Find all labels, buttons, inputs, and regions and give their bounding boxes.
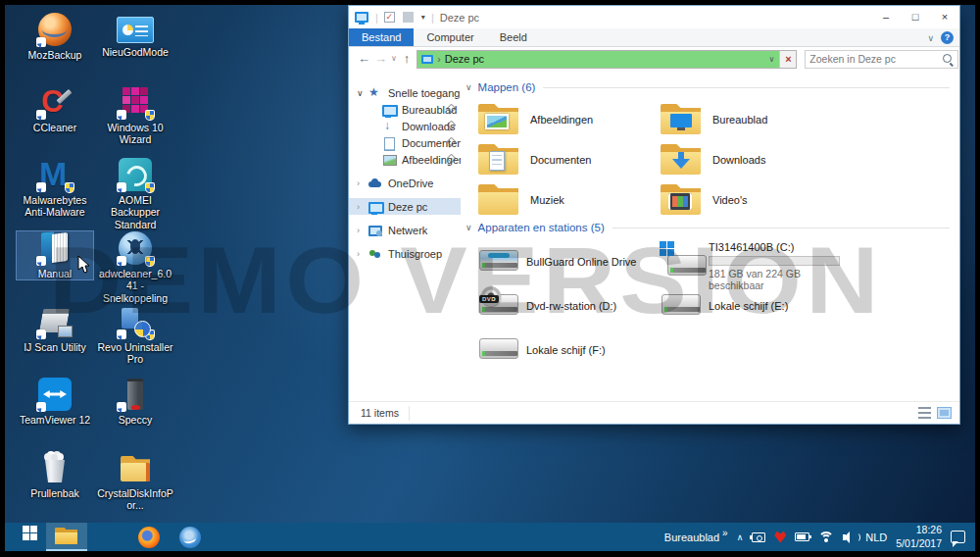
drive-icon-wrap xyxy=(477,330,526,370)
desktop-icon-adwcleaner-6-041-snelkoppeling[interactable]: adwcleaner_6.041 - Snelkoppeling xyxy=(97,231,173,304)
desktop-icon-ccleaner[interactable]: CCleaner xyxy=(17,85,93,133)
sidebar-item-downloads[interactable]: Downloads xyxy=(349,118,461,134)
clock[interactable]: 18:26 5/01/2017 xyxy=(896,524,942,549)
chevron-right-icon[interactable]: › xyxy=(357,226,368,235)
tab-beeld[interactable]: Beeld xyxy=(487,28,540,46)
window-controls: –□× xyxy=(871,6,959,28)
drive-label: Dvd-rw-station (D:) xyxy=(526,300,616,312)
drive-tile-lokale-schijf-e[interactable]: Lokale schijf (E:) xyxy=(660,283,842,328)
breadcrumb-separator-icon[interactable]: › xyxy=(437,54,440,65)
wifi-icon[interactable] xyxy=(818,532,834,543)
taskbar-file-explorer-button[interactable] xyxy=(46,523,87,551)
drive-info: BullGuard Online Drive xyxy=(526,256,637,268)
title-bar[interactable]: | ✓ ▾ | Deze pc –□× xyxy=(349,6,959,28)
drive-tile-ti31461400b-c[interactable]: TI31461400B (C:)181 GB van 224 GB beschi… xyxy=(660,239,842,283)
back-button[interactable]: ← xyxy=(358,50,370,68)
bullguard-tray-icon[interactable] xyxy=(774,532,786,543)
desktop-icon-label: TeamViewer 12 xyxy=(17,414,93,426)
close-button[interactable]: × xyxy=(930,6,959,28)
desktop-icon-crystaldiskinfopor[interactable]: CrystalDiskInfoPor... xyxy=(97,451,173,512)
address-bar[interactable]: › Deze pc ∨ × xyxy=(416,50,797,69)
pin-icon xyxy=(446,105,455,114)
desktop-icon-windows-10-wizard[interactable]: Windows 10 Wizard xyxy=(97,85,173,146)
desktop-icon-prullenbak[interactable]: Prullenbak xyxy=(17,451,93,499)
folder-tile-documenten[interactable]: Documenten xyxy=(477,139,660,179)
breadcrumb[interactable]: Deze pc xyxy=(445,53,484,65)
volume-icon[interactable] xyxy=(843,532,857,543)
search-icon[interactable] xyxy=(942,53,954,65)
desktop-icon-malwarebytes-anti-malware[interactable]: Malwarebytes Anti-Malware xyxy=(17,158,93,219)
folder-tile-bureaublad[interactable]: Bureaublad xyxy=(660,99,842,139)
minimize-button[interactable]: – xyxy=(871,6,901,28)
folder-tile-video-s[interactable]: Video's xyxy=(660,179,842,220)
action-center-icon[interactable] xyxy=(951,531,965,543)
help-icon[interactable]: ? xyxy=(941,31,954,44)
desktop-icon-teamviewer-12[interactable]: TeamViewer 12 xyxy=(17,378,93,426)
taskbar-firefox-button[interactable] xyxy=(128,523,170,551)
chevron-right-icon[interactable]: › xyxy=(357,202,368,212)
chevron-down-icon[interactable]: ∨ xyxy=(357,88,368,98)
mozbackup-icon xyxy=(38,13,72,46)
ribbon-collapse-icon[interactable]: ∨ xyxy=(927,33,934,43)
sidebar-item-thuisgroep[interactable]: ›Thuisgroep xyxy=(349,245,461,262)
section-collapse-icon[interactable]: ∨ xyxy=(466,82,472,92)
show-hidden-icons-icon[interactable]: ∧ xyxy=(737,532,744,542)
chevron-right-icon[interactable]: › xyxy=(357,178,368,188)
system-menu-icon[interactable] xyxy=(355,12,368,23)
folder-icon xyxy=(477,103,520,135)
drive-tile-lokale-schijf-f[interactable]: Lokale schijf (F:) xyxy=(477,328,660,372)
tab-computer[interactable]: Computer xyxy=(414,28,486,46)
desktop-icon-aomei-backupper-standard[interactable]: AOMEI Backupper Standard xyxy=(97,158,173,230)
sidebar-item-label: Thuisgroep xyxy=(388,248,442,260)
desktop-icon-revo-uninstaller-pro[interactable]: Revo Uninstaller Pro xyxy=(97,305,173,366)
search-box[interactable] xyxy=(805,50,958,69)
details-view-icon[interactable] xyxy=(918,407,931,419)
taskbar-thunderbird-button[interactable] xyxy=(170,523,211,551)
forward-button[interactable]: → xyxy=(374,50,387,68)
new-folder-qat-icon[interactable] xyxy=(403,12,414,23)
sidebar-item-deze-pc[interactable]: ›Deze pc xyxy=(349,198,461,215)
properties-qat-icon[interactable]: ✓ xyxy=(384,12,395,23)
folder-tile-downloads[interactable]: Downloads xyxy=(660,139,842,179)
chevron-right-icon[interactable]: › xyxy=(357,249,368,259)
desktop-icon-ij-scan-utility[interactable]: IJ Scan Utility xyxy=(17,305,93,353)
up-button[interactable]: ↑ xyxy=(404,50,411,68)
taskbar-irfanview-button[interactable] xyxy=(87,523,128,551)
search-input[interactable] xyxy=(809,53,942,65)
sidebar-item-netwerk[interactable]: ›Netwerk xyxy=(349,222,461,238)
section-collapse-icon[interactable]: ∨ xyxy=(466,223,472,232)
this-pc-icon xyxy=(421,55,433,64)
drive-tile-bullguard-online-drive[interactable]: BullGuard Online Drive xyxy=(477,239,660,283)
folder-tile-muziek[interactable]: Muziek xyxy=(477,179,660,220)
sidebar-item-onedrive[interactable]: ›OneDrive xyxy=(349,175,461,191)
desktop-icon-mozbackup[interactable]: MozBackup xyxy=(17,13,93,61)
desktop-toolbar[interactable]: Bureaublad » xyxy=(664,532,728,543)
desktop-icon-label: adwcleaner_6.041 - Snelkoppeling xyxy=(97,268,173,304)
sidebar-item-documenten[interactable]: Documenten xyxy=(349,134,461,151)
shortcut-arrow-icon xyxy=(117,329,126,339)
battery-icon[interactable] xyxy=(795,532,809,541)
camera-tray-icon[interactable] xyxy=(752,532,765,542)
stop-refresh-icon[interactable]: × xyxy=(779,51,796,68)
large-icons-view-icon[interactable] xyxy=(937,407,952,419)
recent-locations-dropdown-icon[interactable]: ∨ xyxy=(391,50,397,68)
tab-bestand[interactable]: Bestand xyxy=(349,28,414,46)
qat-dropdown-icon[interactable]: ▾ xyxy=(421,13,425,22)
folder-tile-afbeeldingen[interactable]: Afbeeldingen xyxy=(477,99,660,139)
desktop-icon-label: Prullenbak xyxy=(17,487,93,499)
desktop-icon-speccy[interactable]: Speccy xyxy=(97,378,173,426)
section-header-mappen-6[interactable]: ∨Mappen (6) xyxy=(466,81,950,93)
drive-tile-dvd-rw-station-d[interactable]: DVDDvd-rw-station (D:) xyxy=(477,283,660,328)
sidebar-item-snelle-toegang[interactable]: ∨Snelle toegang xyxy=(349,84,461,101)
address-dropdown-icon[interactable]: ∨ xyxy=(764,55,780,64)
section-header-apparaten-en-stations-5[interactable]: ∨Apparaten en stations (5) xyxy=(466,222,950,233)
sidebar-item-afbeeldingen[interactable]: Afbeeldingen xyxy=(349,151,461,168)
toolbar-expand-icon[interactable]: » xyxy=(722,528,728,538)
clock-date: 5/01/2017 xyxy=(896,537,942,550)
taskbar-start-button[interactable] xyxy=(5,523,46,551)
desktop-icon-manual[interactable]: Manual xyxy=(17,231,93,279)
desktop-icon-nieugodmode[interactable]: NieuGodMode xyxy=(97,13,173,58)
sidebar-item-bureaublad[interactable]: Bureaublad xyxy=(349,101,461,118)
language-indicator[interactable]: NLD xyxy=(865,532,887,543)
maximize-button[interactable]: □ xyxy=(901,6,930,28)
